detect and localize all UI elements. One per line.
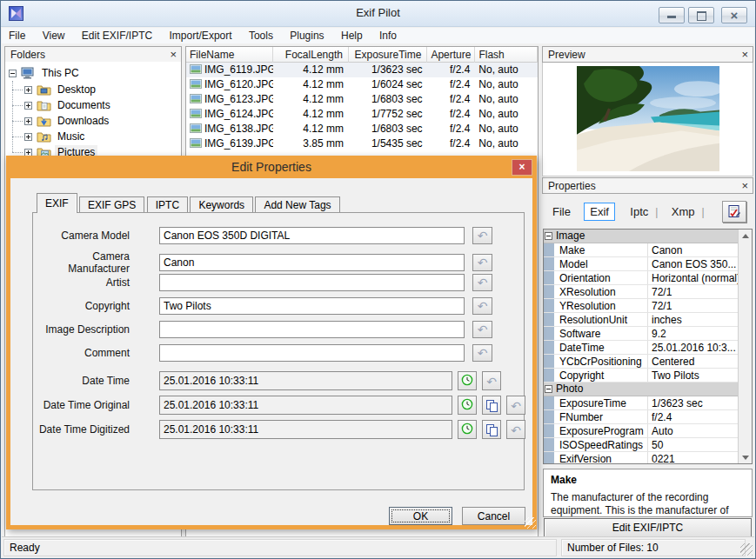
undo-button[interactable]: ↶ [472, 297, 492, 315]
edit-exif-iptc-button[interactable]: Edit EXIF/IPTC [544, 518, 752, 537]
property-row[interactable]: FNumberf/2.4 [544, 410, 738, 424]
copy-button[interactable] [482, 420, 501, 439]
tab-exif-gps[interactable]: EXIF GPS [79, 196, 144, 213]
tree-item-desktop[interactable]: Desktop [24, 82, 98, 97]
copyright-input[interactable] [159, 297, 465, 315]
column-header-flash[interactable]: Flash [475, 47, 538, 63]
date-time-digitized-input[interactable] [159, 420, 452, 439]
exposure-time: 1/5435 sec [349, 136, 428, 151]
property-row[interactable]: Software9.2 [544, 327, 738, 341]
menu-item-edit-exif-iptc[interactable]: Edit EXIF/IPTC [75, 28, 159, 43]
resize-grip[interactable] [740, 543, 753, 556]
undo-button[interactable]: ↶ [472, 254, 492, 271]
property-row[interactable]: ExifVersion0221 [544, 452, 738, 464]
undo-button[interactable]: ↶ [506, 420, 525, 439]
tab-iptc[interactable]: Iptc [625, 203, 653, 220]
property-row[interactable]: ExposureTime1/3623 sec [544, 396, 738, 410]
camera-model-input[interactable] [159, 227, 465, 244]
group-row[interactable]: Photo [544, 383, 738, 396]
property-row[interactable]: MakeCanon [544, 243, 738, 257]
expand-icon[interactable] [24, 133, 32, 141]
datetime-picker-button[interactable] [458, 396, 477, 415]
properties-close-icon[interactable]: × [741, 180, 748, 191]
tab-file[interactable]: File [547, 203, 576, 220]
maximize-button[interactable] [688, 7, 714, 23]
collapse-icon[interactable] [9, 70, 17, 77]
property-row[interactable]: CopyrightTwo Pilots [544, 369, 738, 383]
undo-button[interactable]: ↶ [472, 321, 492, 338]
column-header-focallength[interactable]: FocalLength [273, 47, 349, 63]
table-row[interactable]: IMG_6119.JPG 4.12 mm 1/3623 sec f/2.4 No… [186, 63, 538, 77]
minimize-button[interactable] [659, 7, 685, 23]
table-row[interactable]: IMG_6123.JPG 4.12 mm 1/6803 sec f/2.4 No… [186, 92, 538, 107]
column-header-exposuretime[interactable]: ExposureTime [349, 47, 427, 63]
property-row[interactable]: ModelCanon EOS 350... [544, 257, 738, 271]
date-time-original-input[interactable] [159, 396, 452, 415]
table-row[interactable]: IMG_6139.JPG 3.85 mm 1/5435 sec f/2.4 No… [186, 136, 538, 151]
property-row[interactable]: ResolutionUnitinches [544, 313, 738, 327]
tree-item-label: Desktop [55, 83, 98, 96]
datetime-picker-button[interactable] [458, 371, 477, 390]
close-button[interactable] [721, 7, 747, 23]
column-header-filename[interactable]: FileName [186, 47, 273, 63]
camera-manufacturer-input[interactable] [159, 254, 465, 271]
property-row[interactable]: ExposureProgramAuto [544, 424, 738, 438]
menu-item-plugins[interactable]: Plugins [283, 28, 331, 43]
table-row[interactable]: IMG_6120.JPG 4.12 mm 1/6024 sec f/2.4 No… [186, 77, 538, 92]
date-time-input[interactable] [159, 371, 452, 390]
flash: No, auto [475, 63, 538, 77]
artist-input[interactable] [159, 274, 465, 291]
ok-button[interactable]: OK [389, 507, 452, 525]
menu-item-view[interactable]: View [36, 28, 72, 43]
property-row[interactable]: ISOSpeedRatings50 [544, 438, 738, 452]
undo-button[interactable]: ↶ [472, 227, 492, 244]
property-row[interactable]: YCbCrPositioningCentered [544, 355, 738, 369]
tree-item-this-pc[interactable]: This PC [9, 65, 82, 81]
cancel-button[interactable]: Cancel [462, 507, 525, 525]
comment-input[interactable] [159, 344, 465, 362]
table-row[interactable]: IMG_6124.JPG 4.12 mm 1/7752 sec f/2.4 No… [186, 107, 538, 122]
menu-item-help[interactable]: Help [334, 28, 370, 43]
property-row[interactable]: XResolution72/1 [544, 285, 738, 299]
expand-icon[interactable] [24, 86, 32, 94]
preview-close-icon[interactable]: × [741, 49, 748, 60]
tab-keywords[interactable]: Keywords [190, 196, 253, 213]
tab-iptc-edit[interactable]: IPTC [147, 196, 188, 213]
undo-button[interactable]: ↶ [472, 274, 492, 291]
table-row[interactable]: IMG_6138.JPG 4.12 mm 1/6803 sec f/2.4 No… [186, 122, 538, 136]
copy-button[interactable] [482, 396, 501, 415]
collapse-icon[interactable] [545, 232, 552, 240]
collapse-icon[interactable] [545, 385, 552, 393]
image-description-input[interactable] [159, 321, 465, 338]
scrollbar-down-icon[interactable] [739, 450, 752, 463]
column-header-aperture[interactable]: Aperture [427, 47, 475, 63]
folders-close-icon[interactable]: × [170, 49, 177, 60]
edit-properties-icon-button[interactable] [722, 201, 746, 223]
datetime-picker-button[interactable] [458, 420, 477, 439]
property-row[interactable]: OrientationHorizontal (normal) [544, 271, 738, 285]
menu-item-import-export[interactable]: Import/Export [163, 28, 239, 43]
property-row[interactable]: YResolution72/1 [544, 299, 738, 313]
tab-exif[interactable]: Exif [584, 203, 615, 221]
dialog-close-button[interactable]: × [512, 159, 532, 176]
menu-item-info[interactable]: Info [372, 28, 404, 43]
tab-separator: | [655, 206, 658, 218]
undo-button[interactable]: ↶ [482, 371, 501, 390]
property-row[interactable]: DateTime25.01.2016 10:3... [544, 341, 738, 355]
tab-add-new-tags[interactable]: Add New Tags [255, 196, 339, 213]
tree-item-documents[interactable]: Documents [24, 97, 113, 113]
undo-button[interactable]: ↶ [472, 344, 492, 362]
tab-xmp[interactable]: Xmp [666, 203, 700, 220]
menu-item-tools[interactable]: Tools [242, 28, 280, 43]
group-row[interactable]: Image [544, 230, 738, 243]
tree-item-music[interactable]: Music [24, 129, 87, 144]
tree-item-downloads[interactable]: Downloads [24, 113, 111, 129]
undo-button[interactable]: ↶ [506, 396, 525, 415]
tab-exif-edit[interactable]: EXIF [37, 193, 77, 213]
menu-item-file[interactable]: File [2, 28, 32, 43]
dialog-resize-grip[interactable] [525, 517, 536, 529]
scrollbar-up-icon[interactable] [739, 230, 752, 243]
expand-icon[interactable] [24, 102, 32, 110]
scrollbar[interactable] [738, 230, 752, 463]
expand-icon[interactable] [24, 117, 32, 125]
